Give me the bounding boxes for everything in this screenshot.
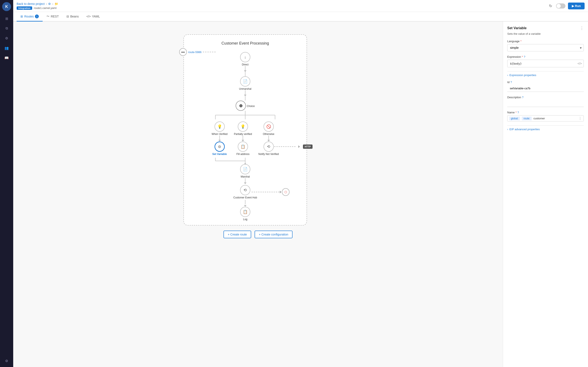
marshal-label: Marshal [241, 175, 250, 178]
expression-field-group: Expression * ? ${body} </> [507, 55, 584, 67]
partially-verified-circle[interactable]: 💡 [238, 121, 248, 132]
breadcrumb: Back to demo project › ⚙ › 📁 [17, 2, 58, 6]
name-label: Name * ? [507, 111, 584, 114]
tab-yaml[interactable]: </> YAML [82, 12, 104, 22]
name-field-group: Name * ? global: route: customer ⋮ [507, 111, 584, 121]
kafka-circle[interactable]: ⬡ [282, 188, 290, 196]
sidebar-icon-settings[interactable]: ⚙ [3, 357, 11, 365]
toggle-switch[interactable] [556, 3, 565, 8]
name-chip-global[interactable]: global: [509, 117, 520, 120]
hub-label: Customer Event Hub [233, 196, 257, 199]
breadcrumb-icon2[interactable]: 📁 [55, 2, 58, 6]
tab-yaml-icon: </> [86, 15, 90, 18]
code-editor-icon[interactable]: </> [578, 62, 582, 65]
sidebar-icon-copy[interactable]: ⧉ [3, 24, 11, 32]
fill-address-circle[interactable]: 📋 [238, 142, 248, 152]
id-input[interactable] [507, 85, 584, 92]
panel-title: Set Variable [507, 26, 527, 30]
tab-routes[interactable]: ⊞ Routes 1 [17, 12, 43, 22]
entry-circle[interactable]: ●● [179, 48, 187, 56]
id-info-icon[interactable]: ? [510, 81, 512, 84]
tab-beans[interactable]: ⊟ Beans [63, 12, 83, 22]
when-verified-line [220, 135, 220, 140]
partially-verified-branch: 💡 Partially verified 📋 Fill address [234, 121, 252, 156]
unmarshal-node[interactable]: 📄 Unmarshal [188, 72, 302, 96]
run-button[interactable]: ▶ Run [568, 3, 585, 9]
set-variable-circle[interactable]: ⊜ [214, 142, 225, 152]
when-verified-label: When Verified [212, 133, 228, 135]
sidebar-icon-users[interactable]: 👥 [3, 44, 11, 52]
http-badge: HTTP [303, 144, 312, 149]
name-chip-route[interactable]: route: [522, 117, 532, 120]
header: Back to demo project › ⚙ › 📁 Integration… [13, 0, 588, 12]
canvas-area[interactable]: ●● route-5986 Customer Event Processing … [13, 22, 503, 367]
otherwise-circle[interactable]: 🚫 [263, 121, 274, 132]
expression-properties-expand[interactable]: › Expression properties [507, 74, 584, 77]
app-logo[interactable]: K [2, 2, 11, 11]
id-label: Id ? [507, 81, 584, 84]
expression-info-icon[interactable]: ? [524, 55, 525, 58]
divider-2 [507, 125, 584, 125]
eip-advanced-label: EIP advanced properties [509, 128, 540, 131]
language-select[interactable]: simple groovy javascript jsonpath xpath [507, 44, 584, 51]
eip-advanced-expand[interactable]: › EIP advanced properties [507, 128, 584, 131]
otherwise-label: Otherwise [263, 133, 274, 135]
breadcrumb-icon1[interactable]: ⚙ [48, 2, 51, 6]
log-node[interactable]: 📋 Log [188, 207, 302, 221]
sidebar-icon-grid[interactable]: ⊞ [3, 15, 11, 23]
workspace: ●● route-5986 Customer Event Processing … [13, 22, 588, 367]
hub-log-arrow [244, 205, 246, 207]
set-variable-label: Set Variable [212, 153, 227, 156]
marshal-arrow [244, 183, 246, 184]
right-panel: Set Variable ⋮ Sets the value of a varia… [503, 22, 588, 367]
create-route-button[interactable]: + Create route [223, 231, 251, 238]
back-link[interactable]: Back to demo project [17, 2, 45, 6]
unmarshal-label: Unmarshal [239, 87, 251, 90]
choice-node[interactable]: ⊕ Choice [188, 96, 302, 111]
kafka-arrow-right [280, 191, 281, 193]
direct-circle: ↓ [240, 52, 250, 62]
log-label: Log [243, 218, 247, 221]
sidebar-icon-book[interactable]: 📖 [3, 54, 11, 62]
create-config-button[interactable]: + Create configuration [255, 231, 293, 238]
marshal-circle: 📄 [240, 164, 250, 174]
description-info-icon[interactable]: ? [522, 96, 523, 99]
expression-value: ${body} [510, 62, 522, 65]
expression-editor[interactable]: ${body} </> [507, 60, 584, 67]
refresh-button[interactable]: ↻ [548, 2, 554, 10]
header-subtitle: Integration route1.camel.yaml [17, 6, 58, 10]
log-circle: 📋 [240, 207, 250, 217]
notify-connector: HTTP [274, 144, 312, 149]
name-menu-icon[interactable]: ⋮ [578, 116, 582, 120]
name-required: * [515, 111, 517, 114]
route-entry-label: route-5986 [188, 50, 202, 54]
fill-address-label: Fill address [237, 153, 249, 156]
tab-rest[interactable]: 〜 REST [43, 12, 62, 22]
route-title: Customer Event Processing [188, 39, 302, 48]
route-entry: ●● route-5986 [179, 48, 216, 56]
otherwise-arrow [267, 140, 270, 142]
tab-rest-label: REST [51, 15, 59, 18]
tab-rest-icon: 〜 [46, 15, 49, 18]
name-value[interactable]: customer [533, 117, 577, 120]
canvas-buttons: + Create route + Create configuration [223, 231, 293, 238]
notify-row: ⟲ HTTP [263, 142, 274, 152]
panel-header: Set Variable ⋮ [507, 26, 584, 31]
tab-beans-icon: ⊟ [66, 15, 69, 18]
tab-beans-label: Beans [70, 15, 79, 18]
when-verified-arrow [218, 140, 221, 142]
sidebar: K ⊞ ⧉ ⚙ 👥 📖 ⚙ [0, 0, 13, 367]
panel-menu-icon[interactable]: ⋮ [580, 26, 584, 31]
when-verified-circle[interactable]: 💡 [214, 121, 225, 132]
notify-circle[interactable]: ⟲ [263, 142, 274, 152]
language-select-wrapper: simple groovy javascript jsonpath xpath … [507, 44, 584, 51]
expand-chevron-1: › [507, 74, 508, 77]
sidebar-icon-gear[interactable]: ⚙ [3, 34, 11, 42]
choice-label: Choice [247, 105, 255, 108]
name-info-icon[interactable]: ? [517, 111, 519, 114]
choice-circle: ⊕ [236, 100, 246, 111]
expression-required: * [522, 55, 523, 58]
merge-svg [203, 158, 288, 164]
marshal-node[interactable]: 📄 Marshal [188, 164, 302, 184]
description-input[interactable] [507, 100, 584, 107]
